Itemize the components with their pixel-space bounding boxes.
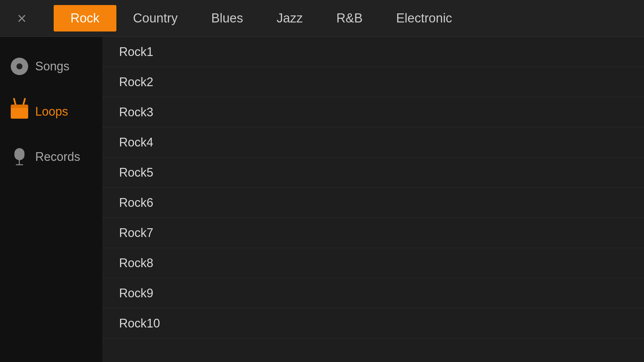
- song-name: Rock8: [119, 256, 153, 270]
- song-name: Rock4: [119, 135, 153, 149]
- list-item[interactable]: Rock3: [102, 97, 644, 127]
- list-item[interactable]: Rock8: [102, 248, 644, 278]
- main-content: Songs Loops Rec: [0, 37, 644, 362]
- song-list: Rock1Rock2Rock3Rock4Rock5Rock6Rock7Rock8…: [102, 37, 644, 362]
- tab-country[interactable]: Country: [116, 5, 195, 32]
- list-item[interactable]: Rock9: [102, 278, 644, 308]
- sidebar-records-label: Records: [35, 150, 80, 164]
- songs-icon: [10, 57, 29, 75]
- tab-rock[interactable]: Rock: [54, 5, 116, 32]
- list-item[interactable]: Rock10: [102, 308, 644, 339]
- header: × Rock Country Blues Jazz R&B Electronic: [0, 0, 644, 37]
- song-name: Rock10: [119, 316, 160, 330]
- song-name: Rock1: [119, 45, 153, 59]
- song-name: Rock2: [119, 75, 153, 89]
- tab-electronic[interactable]: Electronic: [379, 5, 469, 32]
- close-icon: ×: [17, 10, 26, 26]
- genre-tabs: Rock Country Blues Jazz R&B Electronic: [54, 5, 469, 32]
- tab-jazz[interactable]: Jazz: [260, 5, 320, 32]
- list-item[interactable]: Rock1: [102, 37, 644, 67]
- sidebar: Songs Loops Rec: [0, 37, 102, 362]
- records-icon: [10, 147, 29, 166]
- sidebar-item-records[interactable]: Records: [0, 134, 102, 179]
- tab-rnb[interactable]: R&B: [320, 5, 379, 32]
- sidebar-songs-label: Songs: [35, 59, 69, 73]
- list-item[interactable]: Rock6: [102, 188, 644, 218]
- song-name: Rock6: [119, 196, 153, 210]
- song-name: Rock3: [119, 105, 153, 119]
- list-item[interactable]: Rock5: [102, 158, 644, 188]
- list-item[interactable]: Rock7: [102, 218, 644, 248]
- loops-icon: [10, 102, 29, 121]
- sidebar-item-loops[interactable]: Loops: [0, 89, 102, 134]
- song-name: Rock9: [119, 286, 153, 300]
- song-name: Rock5: [119, 166, 153, 180]
- tab-blues[interactable]: Blues: [195, 5, 260, 32]
- sidebar-item-songs[interactable]: Songs: [0, 44, 102, 89]
- close-button[interactable]: ×: [10, 7, 34, 30]
- list-item[interactable]: Rock4: [102, 127, 644, 158]
- sidebar-loops-label: Loops: [35, 105, 68, 119]
- song-name: Rock7: [119, 226, 153, 240]
- list-item[interactable]: Rock2: [102, 67, 644, 97]
